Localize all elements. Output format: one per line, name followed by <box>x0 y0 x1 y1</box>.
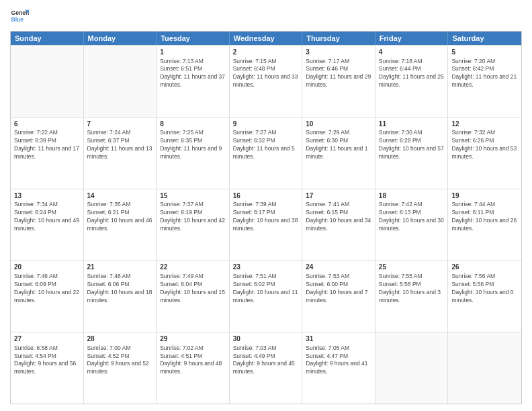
weekday-header: Saturday <box>448 32 521 45</box>
day-info: Sunrise: 7:41 AM Sunset: 6:15 PM Dayligh… <box>306 201 371 233</box>
calendar-cell: 29Sunrise: 7:02 AM Sunset: 4:51 PM Dayli… <box>157 332 230 404</box>
calendar-cell: 10Sunrise: 7:29 AM Sunset: 6:30 PM Dayli… <box>302 118 375 189</box>
day-info: Sunrise: 7:56 AM Sunset: 5:56 PM Dayligh… <box>451 273 518 305</box>
weekday-header: Wednesday <box>230 32 303 45</box>
day-info: Sunrise: 7:49 AM Sunset: 6:04 PM Dayligh… <box>160 273 226 305</box>
day-info: Sunrise: 7:39 AM Sunset: 6:17 PM Dayligh… <box>233 201 299 233</box>
day-info: Sunrise: 7:15 AM Sunset: 6:48 PM Dayligh… <box>233 58 299 90</box>
calendar-cell: 27Sunrise: 6:58 AM Sunset: 4:54 PM Dayli… <box>11 332 84 404</box>
day-number: 3 <box>306 48 371 57</box>
calendar-cell: 17Sunrise: 7:41 AM Sunset: 6:15 PM Dayli… <box>302 189 375 261</box>
day-number: 28 <box>87 334 153 344</box>
svg-text:Blue: Blue <box>11 16 24 23</box>
day-info: Sunrise: 7:18 AM Sunset: 6:44 PM Dayligh… <box>379 58 445 90</box>
day-number: 16 <box>233 191 299 201</box>
calendar-row: 13Sunrise: 7:34 AM Sunset: 6:24 PM Dayli… <box>11 189 521 261</box>
day-number: 26 <box>451 263 518 272</box>
day-info: Sunrise: 7:00 AM Sunset: 4:52 PM Dayligh… <box>87 345 153 377</box>
day-number: 9 <box>233 120 299 129</box>
calendar-cell: 24Sunrise: 7:53 AM Sunset: 6:00 PM Dayli… <box>302 261 375 332</box>
day-info: Sunrise: 7:24 AM Sunset: 6:37 PM Dayligh… <box>87 129 153 161</box>
day-number: 19 <box>451 191 518 201</box>
calendar-cell: 28Sunrise: 7:00 AM Sunset: 4:52 PM Dayli… <box>84 332 157 404</box>
day-number: 11 <box>379 120 445 129</box>
calendar-cell: 6Sunrise: 7:22 AM Sunset: 6:39 PM Daylig… <box>11 118 84 189</box>
day-number: 10 <box>306 120 371 129</box>
calendar-cell: 22Sunrise: 7:49 AM Sunset: 6:04 PM Dayli… <box>157 261 230 332</box>
calendar-cell: 11Sunrise: 7:30 AM Sunset: 6:28 PM Dayli… <box>375 118 449 189</box>
calendar-cell: 18Sunrise: 7:42 AM Sunset: 6:13 PM Dayli… <box>375 189 449 261</box>
day-number: 7 <box>87 120 153 129</box>
day-info: Sunrise: 7:44 AM Sunset: 6:11 PM Dayligh… <box>451 201 518 233</box>
calendar-row: 27Sunrise: 6:58 AM Sunset: 4:54 PM Dayli… <box>11 332 521 404</box>
day-info: Sunrise: 7:37 AM Sunset: 6:19 PM Dayligh… <box>160 201 226 233</box>
calendar-row: 6Sunrise: 7:22 AM Sunset: 6:39 PM Daylig… <box>11 117 521 189</box>
calendar-cell: 5Sunrise: 7:20 AM Sunset: 6:42 PM Daylig… <box>448 46 521 117</box>
calendar-cell: 9Sunrise: 7:27 AM Sunset: 6:32 PM Daylig… <box>230 118 303 189</box>
calendar-cell <box>448 332 521 404</box>
calendar-cell: 13Sunrise: 7:34 AM Sunset: 6:24 PM Dayli… <box>11 189 84 261</box>
calendar-cell: 21Sunrise: 7:48 AM Sunset: 6:06 PM Dayli… <box>84 261 157 332</box>
calendar-body: 1Sunrise: 7:13 AM Sunset: 6:51 PM Daylig… <box>11 45 521 404</box>
calendar-cell: 30Sunrise: 7:03 AM Sunset: 4:49 PM Dayli… <box>230 332 303 404</box>
weekday-header: Friday <box>375 32 449 45</box>
day-info: Sunrise: 6:58 AM Sunset: 4:54 PM Dayligh… <box>14 345 80 377</box>
calendar-cell <box>375 332 449 404</box>
day-info: Sunrise: 7:27 AM Sunset: 6:32 PM Dayligh… <box>233 129 299 161</box>
day-info: Sunrise: 7:13 AM Sunset: 6:51 PM Dayligh… <box>160 58 226 90</box>
calendar-cell: 26Sunrise: 7:56 AM Sunset: 5:56 PM Dayli… <box>448 261 521 332</box>
day-info: Sunrise: 7:25 AM Sunset: 6:35 PM Dayligh… <box>160 129 226 161</box>
day-number: 22 <box>160 263 226 272</box>
day-info: Sunrise: 7:53 AM Sunset: 6:00 PM Dayligh… <box>306 273 371 305</box>
calendar-cell: 20Sunrise: 7:46 AM Sunset: 6:09 PM Dayli… <box>11 261 84 332</box>
day-number: 27 <box>14 334 80 344</box>
day-number: 20 <box>14 263 80 272</box>
calendar-header: SundayMondayTuesdayWednesdayThursdayFrid… <box>11 32 521 45</box>
calendar-cell: 25Sunrise: 7:55 AM Sunset: 5:58 PM Dayli… <box>375 261 449 332</box>
calendar-cell: 7Sunrise: 7:24 AM Sunset: 6:37 PM Daylig… <box>84 118 157 189</box>
day-number: 25 <box>379 263 445 272</box>
day-number: 13 <box>14 191 80 201</box>
calendar-cell: 16Sunrise: 7:39 AM Sunset: 6:17 PM Dayli… <box>230 189 303 261</box>
day-info: Sunrise: 7:46 AM Sunset: 6:09 PM Dayligh… <box>14 273 80 305</box>
day-number: 24 <box>306 263 371 272</box>
day-info: Sunrise: 7:34 AM Sunset: 6:24 PM Dayligh… <box>14 201 80 233</box>
calendar-cell: 19Sunrise: 7:44 AM Sunset: 6:11 PM Dayli… <box>448 189 521 261</box>
calendar-cell: 8Sunrise: 7:25 AM Sunset: 6:35 PM Daylig… <box>157 118 230 189</box>
day-number: 2 <box>233 48 299 57</box>
calendar-cell <box>11 46 84 117</box>
day-info: Sunrise: 7:22 AM Sunset: 6:39 PM Dayligh… <box>14 129 80 161</box>
weekday-header: Thursday <box>302 32 375 45</box>
day-info: Sunrise: 7:51 AM Sunset: 6:02 PM Dayligh… <box>233 273 299 305</box>
day-number: 31 <box>306 334 371 344</box>
calendar-cell: 23Sunrise: 7:51 AM Sunset: 6:02 PM Dayli… <box>230 261 303 332</box>
day-info: Sunrise: 7:05 AM Sunset: 4:47 PM Dayligh… <box>306 345 371 377</box>
calendar-cell: 1Sunrise: 7:13 AM Sunset: 6:51 PM Daylig… <box>157 46 230 117</box>
calendar: SundayMondayTuesdayWednesdayThursdayFrid… <box>10 31 522 404</box>
day-info: Sunrise: 7:42 AM Sunset: 6:13 PM Dayligh… <box>379 201 445 233</box>
calendar-cell: 14Sunrise: 7:35 AM Sunset: 6:21 PM Dayli… <box>84 189 157 261</box>
day-number: 8 <box>160 120 226 129</box>
day-number: 17 <box>306 191 371 201</box>
weekday-header: Monday <box>84 32 157 45</box>
day-info: Sunrise: 7:30 AM Sunset: 6:28 PM Dayligh… <box>379 129 445 161</box>
day-number: 1 <box>160 48 226 57</box>
day-number: 4 <box>379 48 445 57</box>
calendar-cell: 15Sunrise: 7:37 AM Sunset: 6:19 PM Dayli… <box>157 189 230 261</box>
calendar-cell: 2Sunrise: 7:15 AM Sunset: 6:48 PM Daylig… <box>230 46 303 117</box>
calendar-cell <box>84 46 157 117</box>
day-number: 21 <box>87 263 153 272</box>
day-info: Sunrise: 7:29 AM Sunset: 6:30 PM Dayligh… <box>306 129 371 161</box>
logo: General Blue <box>10 7 29 26</box>
weekday-header: Sunday <box>11 32 84 45</box>
weekday-header: Tuesday <box>157 32 230 45</box>
day-number: 12 <box>451 120 518 129</box>
calendar-cell: 4Sunrise: 7:18 AM Sunset: 6:44 PM Daylig… <box>375 46 449 117</box>
day-number: 18 <box>379 191 445 201</box>
day-number: 15 <box>160 191 226 201</box>
day-info: Sunrise: 7:48 AM Sunset: 6:06 PM Dayligh… <box>87 273 153 305</box>
day-number: 5 <box>451 48 518 57</box>
day-number: 6 <box>14 120 80 129</box>
day-number: 30 <box>233 334 299 344</box>
day-number: 29 <box>160 334 226 344</box>
